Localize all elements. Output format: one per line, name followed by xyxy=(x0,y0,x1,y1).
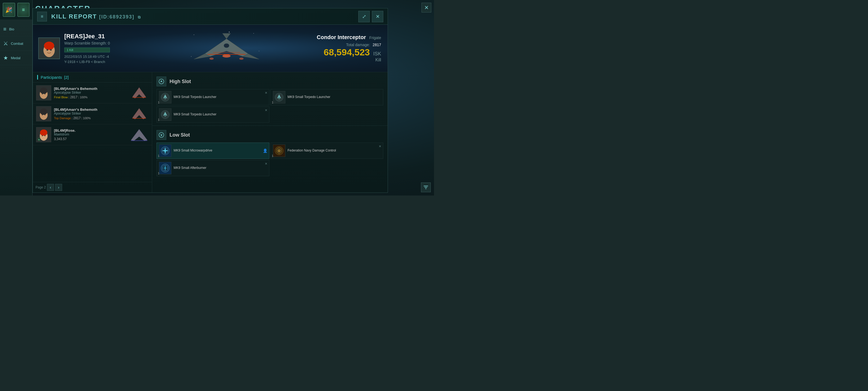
high-slot-item-2[interactable]: MK9 Small Torpedo Launcher 1 xyxy=(271,89,383,105)
bio-icon: ≡ xyxy=(3,26,6,32)
modal-actions: ⤢ ✕ xyxy=(358,11,383,22)
high-slot-item-1[interactable]: MK9 Small Torpedo Launcher 1 ✕ xyxy=(156,89,269,105)
svg-point-30 xyxy=(42,114,43,115)
p3-avatar-svg: ★ xyxy=(36,127,51,142)
modal-close-button[interactable]: ✕ xyxy=(372,11,383,22)
ship-svg xyxy=(188,29,265,67)
participant-item[interactable]: [BL4M]Amarr's Behemoth Apocalypse Strike… xyxy=(33,104,152,124)
hs-item3-close-icon: ✕ xyxy=(265,108,268,112)
svg-point-14 xyxy=(224,44,229,48)
svg-point-2 xyxy=(44,41,54,50)
low-slot-header: Low Slot xyxy=(156,129,383,143)
low-slot-item-fed-dc[interactable]: ⚙ Federation Navy Damage Control 1 ✕ xyxy=(271,143,383,159)
svg-point-18 xyxy=(191,56,191,57)
mwd-icon xyxy=(159,144,172,157)
participants-header: Participants [2] xyxy=(33,72,152,83)
global-close-button[interactable]: ✕ xyxy=(422,3,431,12)
svg-point-36 xyxy=(40,130,48,136)
kill-stats: Condor Interceptor Frigate Total damage:… xyxy=(306,25,388,72)
victim-avatar-image xyxy=(39,38,59,59)
sidebar-item-bio[interactable]: ≡ Bio xyxy=(0,22,32,36)
ab-icon xyxy=(159,162,172,174)
torpedo-launcher-icon-1 xyxy=(159,91,172,104)
modal-header: ≡ KILL REPORT [ID:6892393] ⧉ ⤢ ✕ xyxy=(33,8,388,25)
ship-name-display: Condor Interceptor Frigate xyxy=(317,34,381,40)
sidebar: 🎉 ≡ CHARACTER ≡ Bio ⚔ Combat ★ Medal xyxy=(0,0,33,196)
fireworks-button[interactable]: 🎉 xyxy=(3,3,15,17)
participant-info-1: [BL4M]Amarr's Behemoth Apocalypse Strike… xyxy=(54,87,127,99)
participant-avatar-1 xyxy=(36,85,51,101)
p3-ship-preview xyxy=(130,128,149,141)
svg-point-15 xyxy=(194,34,194,35)
medal-icon: ★ xyxy=(3,55,8,61)
filter-button[interactable] xyxy=(421,183,431,192)
kill-header-section: [REAS]Jee_31 Warp Scramble Strength: 0 1… xyxy=(33,25,388,72)
svg-point-24 xyxy=(44,93,45,94)
victim-name: [REAS]Jee_31 xyxy=(64,33,110,40)
svg-marker-25 xyxy=(132,87,146,98)
equipment-panel: High Slot MK9 Small Tor xyxy=(152,72,388,193)
high-slot-title: High Slot xyxy=(169,79,191,84)
low-slot-title: Low Slot xyxy=(169,132,190,138)
victim-timestamp: 2022/03/15 15:18:49 UTC -4 xyxy=(64,55,110,59)
svg-point-17 xyxy=(259,51,259,51)
torpedo-launcher-icon-3 xyxy=(159,108,172,121)
participant-item[interactable]: ★ [BL4M]Rose. Maelstrom 3,343.57 xyxy=(33,124,152,145)
kill-report-modal: ≡ KILL REPORT [ID:6892393] ⧉ ⤢ ✕ xyxy=(33,8,388,193)
low-slot-icon xyxy=(156,130,166,140)
low-slot-item-mwd[interactable]: MK9 Small Microwarpdrive 1 👤 xyxy=(156,143,269,159)
high-slot-items: MK9 Small Torpedo Launcher 1 ✕ xyxy=(156,89,383,123)
low-slot-items: MK9 Small Microwarpdrive 1 👤 ⚙ xyxy=(156,143,383,176)
modal-menu-button[interactable]: ≡ xyxy=(37,12,47,22)
high-slot-item-3[interactable]: MK9 Small Torpedo Launcher 1 ✕ xyxy=(156,107,269,123)
sidebar-nav: ≡ Bio ⚔ Combat ★ Medal xyxy=(0,20,32,68)
svg-point-23 xyxy=(42,93,43,94)
svg-text:⚙: ⚙ xyxy=(278,149,281,153)
svg-point-31 xyxy=(44,114,45,115)
svg-point-22 xyxy=(40,88,48,94)
victim-face-svg xyxy=(39,37,59,59)
participant-info-2: [BL4M]Amarr's Behemoth Apocalypse Strike… xyxy=(54,108,127,120)
torpedo-launcher-icon-2 xyxy=(273,91,285,104)
participant-avatar-2 xyxy=(36,106,51,121)
svg-marker-41 xyxy=(131,129,147,141)
svg-text:★: ★ xyxy=(38,138,40,141)
participants-pagination: Page 2 ‹ › xyxy=(33,182,152,193)
svg-point-9 xyxy=(222,54,230,58)
isk-value-row: 68,594,523 ISK xyxy=(323,47,381,58)
bottom-section: Participants [2] [BL4M]Amarr's Behe xyxy=(33,72,388,193)
hs-item1-close-icon: ✕ xyxy=(265,91,268,95)
modal-title: KILL REPORT [ID:6892393] ⧉ xyxy=(51,13,358,20)
external-link-button[interactable]: ⤢ xyxy=(358,11,370,22)
participants-panel: Participants [2] [BL4M]Amarr's Behe xyxy=(33,72,152,193)
participant-avatar-3: ★ xyxy=(36,127,51,142)
svg-point-11 xyxy=(239,58,244,60)
victim-avatar xyxy=(38,37,60,59)
page-prev-button[interactable]: ‹ xyxy=(47,184,54,191)
low-slot-section: Low Slot MK9 Small Micr xyxy=(152,125,388,179)
p2-ship-preview xyxy=(130,107,149,120)
svg-point-16 xyxy=(253,33,254,34)
victim-details: [REAS]Jee_31 Warp Scramble Strength: 0 1… xyxy=(64,33,110,64)
participant-info-3: [BL4M]Rose. Maelstrom 3,343.57 xyxy=(54,129,127,141)
high-slot-icon xyxy=(156,77,166,86)
victim-warp-scramble: Warp Scramble Strength: 0 xyxy=(64,41,110,45)
ship-visual xyxy=(147,25,306,72)
ab-close-icon: ✕ xyxy=(265,162,268,166)
fed-dc-icon: ⚙ xyxy=(273,144,285,157)
page-next-button[interactable]: › xyxy=(55,184,62,191)
sidebar-item-combat[interactable]: ⚔ Combat xyxy=(0,36,32,51)
participant-item[interactable]: [BL4M]Amarr's Behemoth Apocalypse Strike… xyxy=(33,83,152,104)
svg-marker-6 xyxy=(222,33,230,39)
p2-avatar-svg xyxy=(36,106,51,121)
p1-ship-preview xyxy=(130,86,149,100)
low-slot-item-ab[interactable]: MK9 Small Afterburner 1 ✕ xyxy=(156,160,269,176)
combat-icon: ⚔ xyxy=(3,40,8,47)
svg-point-46 xyxy=(164,98,166,100)
sidebar-top: 🎉 ≡ xyxy=(0,0,32,20)
svg-point-29 xyxy=(40,109,48,115)
svg-point-52 xyxy=(164,115,166,117)
sidebar-item-medal[interactable]: ★ Medal xyxy=(0,51,32,65)
sidebar-menu-button[interactable]: ≡ xyxy=(18,3,30,17)
high-slot-section: High Slot MK9 Small Tor xyxy=(152,72,388,125)
